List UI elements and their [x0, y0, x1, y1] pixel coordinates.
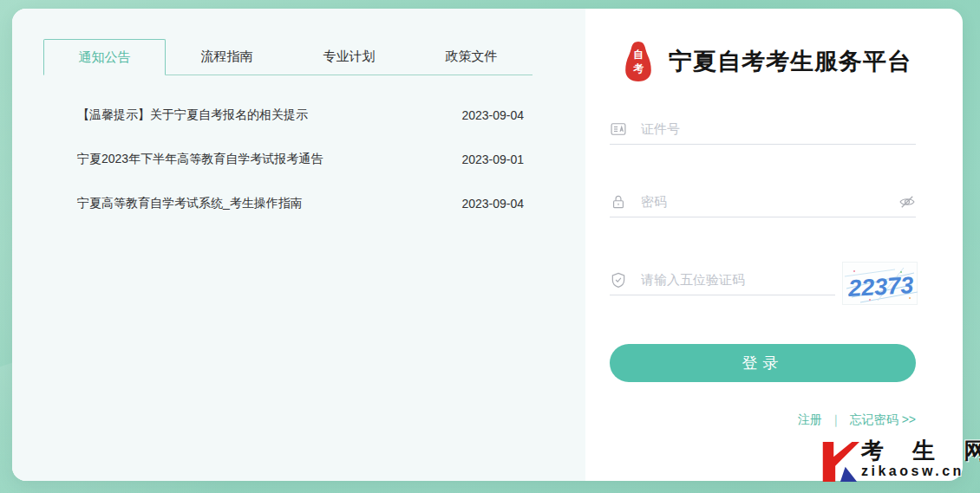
password-input[interactable]	[641, 194, 898, 209]
tab-major-plans[interactable]: 专业计划	[288, 39, 410, 75]
auth-links: 注册 ｜ 忘记密码 >>	[610, 412, 916, 428]
tab-label: 专业计划	[323, 49, 376, 65]
announcement-title: 宁夏高等教育自学考试系统_考生操作指南	[77, 196, 303, 211]
brand-header: 自 考 宁夏自考考生服务平台	[622, 41, 911, 82]
announcements-panel	[12, 9, 585, 481]
site-watermark: 考 生 网 zikaosw.cn	[818, 438, 980, 483]
svg-text:自: 自	[633, 49, 644, 61]
platform-logo-seal-icon: 自 考	[622, 41, 655, 82]
watermark-domain: zikaosw.cn	[861, 464, 980, 479]
id-card-icon	[610, 120, 627, 138]
login-button[interactable]: 登录	[610, 344, 916, 382]
captcha-image[interactable]: 22373	[842, 262, 918, 305]
page: 通知公告 流程指南 专业计划 政策文件 【温馨提示】关于宁夏自考报名的相关提示 …	[0, 0, 980, 493]
password-field	[610, 186, 916, 217]
watermark-text: 考 生 网 zikaosw.cn	[861, 438, 980, 479]
tab-policy-files[interactable]: 政策文件	[410, 39, 532, 75]
captcha-code: 22373	[847, 272, 915, 302]
captcha-input[interactable]	[641, 272, 835, 287]
zikaosw-k-logo-icon	[818, 438, 859, 483]
announcement-row[interactable]: 【温馨提示】关于宁夏自考报名的相关提示 2023-09-04	[77, 93, 524, 137]
announcement-date: 2023-09-04	[461, 197, 524, 211]
announcement-row[interactable]: 宁夏高等教育自学考试系统_考生操作指南 2023-09-04	[77, 181, 524, 225]
id-number-field	[610, 114, 916, 145]
toggle-password-visibility-button[interactable]	[898, 193, 916, 211]
announcement-row[interactable]: 宁夏2023年下半年高等教育自学考试报考通告 2023-09-01	[77, 137, 524, 181]
register-link[interactable]: 注册	[798, 412, 822, 428]
eye-off-icon	[898, 193, 916, 211]
id-number-input[interactable]	[641, 121, 916, 136]
captcha-graphic: 22373	[843, 263, 918, 306]
announcement-list: 【温馨提示】关于宁夏自考报名的相关提示 2023-09-04 宁夏2023年下半…	[77, 93, 524, 225]
announcement-title: 【温馨提示】关于宁夏自考报名的相关提示	[77, 107, 308, 123]
forgot-password-link[interactable]: 忘记密码 >>	[850, 412, 916, 428]
tab-label: 政策文件	[446, 49, 498, 65]
announcement-date: 2023-09-04	[461, 108, 524, 122]
link-separator: ｜	[830, 412, 842, 428]
tab-process-guide[interactable]: 流程指南	[166, 39, 288, 75]
tab-label: 流程指南	[201, 49, 253, 65]
tab-label: 通知公告	[79, 49, 131, 66]
captcha-field	[610, 264, 835, 295]
lock-icon	[610, 193, 627, 211]
platform-title: 宁夏自考考生服务平台	[669, 41, 911, 82]
announcement-title: 宁夏2023年下半年高等教育自学考试报考通告	[77, 152, 323, 167]
tab-bar: 通知公告 流程指南 专业计划 政策文件	[43, 39, 532, 75]
tab-notices[interactable]: 通知公告	[43, 39, 166, 75]
announcement-date: 2023-09-01	[461, 152, 524, 166]
watermark-site-name: 考 生 网	[861, 438, 980, 464]
shield-check-icon	[610, 271, 627, 289]
svg-text:考: 考	[633, 62, 644, 75]
